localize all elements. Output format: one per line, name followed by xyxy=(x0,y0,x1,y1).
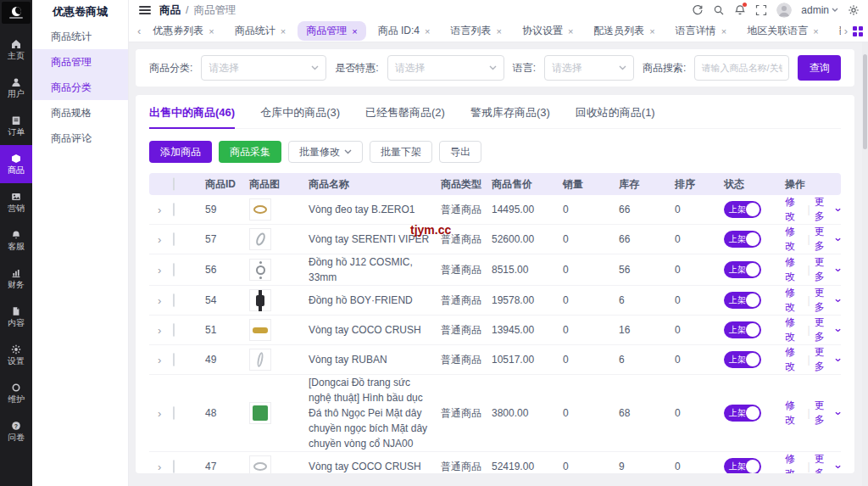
category-select[interactable]: 请选择 xyxy=(201,55,326,81)
row-checkbox[interactable] xyxy=(173,353,175,366)
expand-row-icon[interactable]: › xyxy=(149,324,170,337)
tab-close-icon[interactable]: × xyxy=(721,26,726,36)
rail-item-marketing[interactable]: 营销 xyxy=(0,183,32,221)
special-select[interactable]: 请选择 xyxy=(387,55,504,81)
scrollbar-thumb[interactable] xyxy=(863,54,867,149)
tab-close-icon[interactable]: × xyxy=(352,26,357,36)
edit-link[interactable]: 修改 xyxy=(785,255,804,284)
rail-item-contentm[interactable]: 内容 xyxy=(0,298,32,336)
rail-item-orders[interactable]: 订单 xyxy=(0,107,32,145)
edit-link[interactable]: 修改 xyxy=(785,286,804,315)
more-link[interactable]: 更多 xyxy=(815,399,841,427)
tab-close-icon[interactable]: × xyxy=(649,26,654,36)
tabs-scroll-right-icon[interactable]: › xyxy=(841,25,851,37)
tab-1[interactable]: 商品统计 × xyxy=(226,21,294,41)
edit-link[interactable]: 修改 xyxy=(785,316,804,344)
gear-icon[interactable] xyxy=(848,4,860,16)
edit-link[interactable]: 修改 xyxy=(785,225,804,254)
tab-close-icon[interactable]: × xyxy=(813,26,818,36)
more-link[interactable]: 更多 xyxy=(815,452,841,473)
status-tab-3[interactable]: 警戒库存商品(3) xyxy=(470,105,550,129)
more-link[interactable]: 更多 xyxy=(815,316,841,344)
rail-item-service[interactable]: 客服 xyxy=(0,221,32,260)
status-tab-1[interactable]: 仓库中的商品(3) xyxy=(260,105,340,129)
language-select[interactable]: 请选择 xyxy=(544,55,634,81)
rail-item-maintain[interactable]: 维护 xyxy=(0,374,32,412)
tab-4[interactable]: 语言列表 × xyxy=(442,21,509,41)
batch-edit-button[interactable]: 批量修改 xyxy=(288,141,363,163)
expand-row-icon[interactable]: › xyxy=(149,204,170,216)
product-thumbnail[interactable] xyxy=(249,259,271,281)
expand-row-icon[interactable]: › xyxy=(149,461,170,473)
edit-link[interactable]: 修改 xyxy=(785,195,804,224)
expand-row-icon[interactable]: › xyxy=(149,233,170,246)
more-link[interactable]: 更多 xyxy=(815,195,841,224)
tabs-grid-menu-icon[interactable] xyxy=(853,26,863,36)
tab-3[interactable]: 商品 ID:4 × xyxy=(370,21,439,41)
tab-close-icon[interactable]: × xyxy=(568,26,573,36)
select-all-checkbox[interactable] xyxy=(173,177,175,191)
status-tab-2[interactable]: 已经售罄商品(2) xyxy=(365,105,445,129)
breadcrumb-section[interactable]: 商品 xyxy=(159,3,181,18)
onshelf-toggle[interactable]: 上架 xyxy=(724,351,761,368)
edit-link[interactable]: 修改 xyxy=(785,452,804,473)
more-link[interactable]: 更多 xyxy=(815,286,841,315)
product-thumbnail[interactable] xyxy=(249,349,271,371)
expand-row-icon[interactable]: › xyxy=(149,294,170,307)
batch-offshelf-button[interactable]: 批量下架 xyxy=(370,141,432,163)
tab-6[interactable]: 配送员列表 × xyxy=(585,21,663,41)
onshelf-toggle[interactable]: 上架 xyxy=(724,458,761,473)
notification-bell-icon[interactable] xyxy=(734,4,746,16)
tab-close-icon[interactable]: × xyxy=(209,26,214,36)
tab-close-icon[interactable]: × xyxy=(496,26,501,36)
product-thumbnail[interactable] xyxy=(249,319,271,341)
onshelf-toggle[interactable]: 上架 xyxy=(724,292,761,309)
rail-item-home[interactable]: 主页 xyxy=(0,31,32,69)
sidebar-item-category[interactable]: 商品分类 xyxy=(32,75,128,100)
search-icon[interactable] xyxy=(713,4,725,16)
status-tab-0[interactable]: 出售中的商品(46) xyxy=(149,105,235,129)
rail-item-users[interactable]: 用户 xyxy=(0,69,32,107)
sidebar-item-spec[interactable]: 商品规格 xyxy=(32,100,128,126)
hamburger-icon[interactable] xyxy=(139,6,151,14)
rail-item-finance[interactable]: 财务 xyxy=(0,260,32,298)
tab-close-icon[interactable]: × xyxy=(425,26,430,36)
onshelf-toggle[interactable]: 上架 xyxy=(724,321,761,338)
sidebar-item-review[interactable]: 商品评论 xyxy=(32,126,128,151)
tabs-scroll-left-icon[interactable]: ‹ xyxy=(134,25,144,37)
add-product-button[interactable]: 添加商品 xyxy=(149,141,212,163)
row-checkbox[interactable] xyxy=(173,293,175,307)
more-link[interactable]: 更多 xyxy=(815,225,841,254)
tab-8[interactable]: 地区关联语言 × xyxy=(738,21,826,41)
tab-close-icon[interactable]: × xyxy=(281,26,286,36)
tab-0[interactable]: 优惠券列表 × xyxy=(144,21,222,41)
row-checkbox[interactable] xyxy=(173,406,175,420)
row-checkbox[interactable] xyxy=(173,263,175,277)
tab-9[interactable]: 翻译配置 × xyxy=(831,21,841,41)
more-link[interactable]: 更多 xyxy=(815,255,841,284)
product-thumbnail[interactable] xyxy=(249,402,271,424)
sidebar-item-manage[interactable]: 商品管理 xyxy=(32,49,128,75)
tab-2[interactable]: 商品管理 × xyxy=(298,21,365,41)
rail-item-products[interactable]: 商品 xyxy=(0,145,32,183)
product-thumbnail[interactable] xyxy=(249,198,271,221)
product-thumbnail[interactable] xyxy=(249,455,271,473)
rail-item-survey[interactable]: ? 问卷 xyxy=(0,412,32,450)
avatar[interactable] xyxy=(776,3,792,18)
expand-row-icon[interactable]: › xyxy=(149,264,170,277)
refresh-icon[interactable] xyxy=(692,4,704,16)
user-menu[interactable]: admin xyxy=(801,4,838,16)
row-checkbox[interactable] xyxy=(173,232,175,246)
edit-link[interactable]: 修改 xyxy=(785,345,804,374)
onshelf-toggle[interactable]: 上架 xyxy=(724,405,761,422)
expand-row-icon[interactable]: › xyxy=(149,354,170,366)
expand-row-icon[interactable]: › xyxy=(149,407,170,420)
product-thumbnail[interactable] xyxy=(249,228,271,250)
more-link[interactable]: 更多 xyxy=(815,345,841,374)
query-button[interactable]: 查询 xyxy=(798,55,841,81)
edit-link[interactable]: 修改 xyxy=(785,399,804,427)
status-tab-4[interactable]: 回收站的商品(1) xyxy=(576,105,655,129)
row-checkbox[interactable] xyxy=(173,460,175,473)
product-search-input[interactable] xyxy=(694,55,789,81)
tab-5[interactable]: 协议设置 × xyxy=(514,21,581,41)
